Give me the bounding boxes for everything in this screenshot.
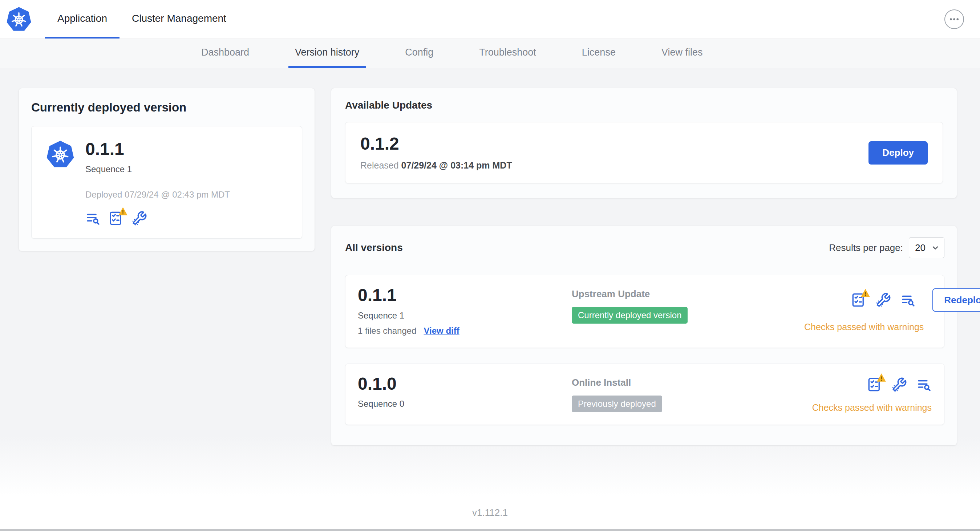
version-actions-block: Redeploy Checks passed with warnings — [804, 286, 980, 332]
deployed-icon-row — [85, 211, 230, 226]
app-subnav: Dashboard Version history Config Trouble… — [0, 39, 980, 68]
preflight-checks-warning-icon[interactable] — [867, 377, 882, 392]
update-released-line: Released 07/29/24 @ 03:14 pm MDT — [360, 160, 512, 171]
right-column: Available Updates 0.1.2 Released 07/29/2… — [331, 88, 957, 445]
subnav-item-troubleshoot[interactable]: Troubleshoot — [473, 39, 542, 68]
previously-deployed-badge: Previously deployed — [572, 396, 662, 412]
preflight-checks-warning-icon[interactable] — [108, 211, 124, 226]
version-number: 0.1.0 — [358, 375, 572, 393]
results-per-page-label: Results per page: — [829, 242, 903, 253]
app-logo-icon — [46, 140, 75, 169]
available-updates-card: Available Updates 0.1.2 Released 07/29/2… — [331, 88, 957, 198]
files-changed-line: 1 files changed View diff — [358, 326, 572, 336]
files-changed-count: 1 files changed — [358, 326, 416, 336]
deploy-button[interactable]: Deploy — [869, 141, 928, 165]
version-sequence: Sequence 1 — [358, 310, 572, 321]
deployed-version-number: 0.1.1 — [85, 140, 230, 158]
console-version-text: v1.112.1 — [472, 507, 508, 518]
version-actions-row — [867, 377, 932, 392]
version-sequence: Sequence 0 — [358, 399, 572, 409]
version-source-block: Online Install Previously deployed — [572, 375, 804, 412]
version-source-block: Upstream Update Currently deployed versi… — [572, 286, 804, 324]
main-content: Currently deployed version 0.1.1 Sequenc… — [0, 68, 980, 496]
deployed-timestamp: Deployed 07/29/24 @ 02:43 pm MDT — [85, 189, 230, 200]
version-actions-block: Checks passed with warnings — [812, 375, 932, 413]
all-versions-title: All versions — [345, 242, 403, 253]
config-wrench-icon[interactable] — [892, 377, 907, 392]
checks-status-text: Checks passed with warnings — [804, 322, 924, 332]
warning-triangle-icon — [877, 373, 886, 382]
top-header: Application Cluster Management — [0, 0, 980, 39]
release-notes-icon[interactable] — [900, 293, 916, 308]
preflight-checks-warning-icon[interactable] — [851, 293, 866, 308]
release-notes-icon[interactable] — [916, 377, 932, 392]
deployed-status-badge: Currently deployed version — [572, 307, 687, 324]
kubernetes-logo-icon — [6, 6, 32, 32]
version-number: 0.1.1 — [358, 286, 572, 304]
subnav-item-config[interactable]: Config — [398, 39, 440, 68]
config-wrench-icon[interactable] — [132, 211, 147, 226]
warning-triangle-icon — [118, 207, 128, 216]
deployed-version-info: 0.1.1 Sequence 1 Deployed 07/29/24 @ 02:… — [85, 140, 230, 226]
version-source: Online Install — [572, 377, 804, 388]
all-versions-card: All versions Results per page: 20 0.1.1 … — [331, 226, 957, 445]
view-diff-link[interactable]: View diff — [423, 326, 459, 336]
warning-triangle-icon — [861, 288, 870, 297]
currently-deployed-title: Currently deployed version — [31, 100, 302, 114]
redeploy-button[interactable]: Redeploy — [932, 288, 980, 312]
subnav-item-dashboard[interactable]: Dashboard — [195, 39, 256, 68]
version-row-info: 0.1.0 Sequence 0 — [358, 375, 572, 409]
version-actions-row: Redeploy — [851, 288, 980, 312]
update-row: 0.1.2 Released 07/29/24 @ 03:14 pm MDT D… — [345, 122, 943, 183]
released-timestamp: 07/29/24 @ 03:14 pm MDT — [401, 160, 512, 170]
released-label: Released — [360, 160, 399, 170]
results-per-page: Results per page: 20 — [829, 237, 944, 258]
bottom-edge — [0, 529, 980, 531]
top-nav: Application Cluster Management — [45, 0, 239, 38]
update-info: 0.1.2 Released 07/29/24 @ 03:14 pm MDT — [360, 135, 512, 171]
version-row-0-1-1: 0.1.1 Sequence 1 1 files changed View di… — [345, 275, 944, 348]
deployed-sequence: Sequence 1 — [85, 164, 230, 174]
deployed-version-card: 0.1.1 Sequence 1 Deployed 07/29/24 @ 02:… — [31, 126, 302, 238]
version-row-0-1-0: 0.1.0 Sequence 0 Online Install Previous… — [345, 364, 944, 425]
top-tab-application[interactable]: Application — [45, 0, 119, 38]
update-version-number: 0.1.2 — [360, 135, 512, 153]
release-notes-icon[interactable] — [85, 211, 100, 226]
chevron-down-icon — [930, 243, 940, 253]
results-per-page-select[interactable]: 20 — [909, 237, 944, 258]
version-row-info: 0.1.1 Sequence 1 1 files changed View di… — [358, 286, 572, 335]
results-per-page-value: 20 — [915, 242, 926, 253]
config-wrench-icon[interactable] — [876, 293, 891, 308]
all-versions-header: All versions Results per page: 20 — [345, 237, 944, 258]
checks-status-text: Checks passed with warnings — [812, 402, 932, 413]
subnav-item-version-history[interactable]: Version history — [288, 39, 366, 68]
subnav-item-license[interactable]: License — [575, 39, 622, 68]
available-updates-title: Available Updates — [345, 100, 943, 111]
currently-deployed-card: Currently deployed version 0.1.1 Sequenc… — [19, 88, 315, 251]
top-tab-cluster-management[interactable]: Cluster Management — [119, 0, 239, 38]
ellipsis-icon — [948, 13, 960, 25]
subnav-item-view-files[interactable]: View files — [655, 39, 710, 68]
overflow-menu-button[interactable] — [944, 10, 964, 29]
version-source: Upstream Update — [572, 288, 804, 300]
footer: v1.112.1 — [0, 496, 980, 529]
